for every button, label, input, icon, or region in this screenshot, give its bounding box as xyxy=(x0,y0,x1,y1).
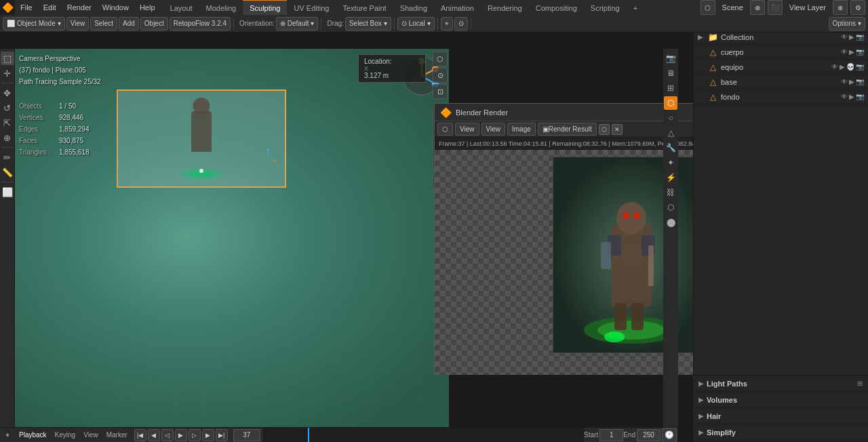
fondo-eye[interactable]: 👁 xyxy=(841,93,848,100)
equipo-eye[interactable]: 👁 xyxy=(831,63,838,71)
particles-props-icon[interactable]: ✦ xyxy=(664,156,677,169)
select-btn[interactable]: Select xyxy=(90,17,117,31)
equipo-render[interactable]: 📷 xyxy=(856,63,864,71)
tab-modeling[interactable]: Modeling xyxy=(199,0,243,15)
prev-keyframe-btn[interactable]: ◁ xyxy=(161,429,174,441)
measure-tool[interactable]: 📏 xyxy=(1,165,14,179)
cuerpo-render[interactable]: 📷 xyxy=(856,48,864,56)
render-view-icon-btn[interactable]: ⬡ xyxy=(437,123,453,136)
scale-tool[interactable]: ⇱ xyxy=(1,116,14,129)
drag-selector[interactable]: Select Box ▾ xyxy=(345,17,391,31)
cuerpo-select[interactable]: ▶ xyxy=(849,48,854,56)
menu-render[interactable]: Render xyxy=(62,0,97,15)
timeline-clock-btn[interactable]: 🕐 xyxy=(662,428,677,443)
jump-end-btn[interactable]: ▶| xyxy=(216,429,228,441)
output-props-icon[interactable]: 🖥 xyxy=(664,66,677,80)
next-keyframe-btn[interactable]: ▷ xyxy=(189,429,201,441)
tab-sculpting[interactable]: Sculpting xyxy=(243,0,287,15)
scene-props-icon[interactable]: ⬡ xyxy=(664,96,677,110)
play-btn[interactable]: ▶ xyxy=(175,429,187,441)
render-props-icon[interactable]: 📷 xyxy=(664,52,677,65)
add-cube-tool[interactable]: ⬜ xyxy=(1,185,14,199)
render-view2-btn[interactable]: View xyxy=(481,123,506,136)
next-frame-btn[interactable]: ▶ xyxy=(202,429,214,441)
blender-logo[interactable]: 🔶 xyxy=(0,0,15,15)
select-box-tool[interactable]: ⬚ xyxy=(1,52,14,65)
base-render[interactable]: 📷 xyxy=(856,78,864,85)
menu-edit[interactable]: Edit xyxy=(38,0,62,15)
fondo-render[interactable]: 📷 xyxy=(856,93,864,100)
tab-layout[interactable]: Layout xyxy=(163,0,199,15)
material-props-icon[interactable]: ⬤ xyxy=(664,216,677,229)
collection-eye[interactable]: 👁 xyxy=(841,33,848,41)
constraints-props-icon[interactable]: ⛓ xyxy=(664,186,677,199)
options-btn[interactable]: Options ▾ xyxy=(829,17,865,31)
render-close2-btn[interactable]: ✕ xyxy=(612,124,623,135)
display-mode-btn[interactable]: ⬡ xyxy=(433,52,448,66)
scene-add-btn[interactable]: ⊕ xyxy=(750,0,765,15)
add-btn[interactable]: Add xyxy=(119,17,139,31)
world-props-icon[interactable]: ○ xyxy=(664,111,677,125)
timeline-dot-btn[interactable]: • xyxy=(0,428,15,443)
snap-btn[interactable]: ⌖ xyxy=(441,17,453,31)
equipo-select[interactable]: ▶ xyxy=(840,63,845,71)
timeline-marker-btn[interactable]: Marker xyxy=(102,428,132,442)
tab-compositing[interactable]: Compositing xyxy=(529,0,584,15)
view-layer-props-icon[interactable]: ⊞ xyxy=(664,81,677,95)
render-result-btn[interactable]: ▣ Render Result xyxy=(538,123,597,136)
timeline-scrubber[interactable] xyxy=(263,428,584,442)
annotate-tool[interactable]: ✏ xyxy=(1,150,14,164)
volumes-section[interactable]: ▶ Volumes xyxy=(693,392,868,408)
timeline-playback-btn[interactable]: Playback xyxy=(15,428,51,442)
prev-frame-btn[interactable]: ◀ xyxy=(148,429,160,441)
view-layer-settings-btn[interactable]: ⚙ xyxy=(850,0,865,15)
object-props-icon[interactable]: △ xyxy=(664,126,677,140)
fondo-select[interactable]: ▶ xyxy=(849,93,854,100)
light-paths-section[interactable]: ▶ Light Paths ⊞ xyxy=(693,376,868,392)
rotate-tool[interactable]: ↺ xyxy=(1,101,14,115)
end-frame-input[interactable]: 250 xyxy=(637,429,660,441)
tab-shading[interactable]: Shading xyxy=(393,0,434,15)
start-frame-input[interactable]: 1 xyxy=(599,429,623,441)
outliner-item-equipo[interactable]: △ equipo 👁 ▶ 💀 📷 xyxy=(694,60,868,75)
render-image-btn[interactable]: Image xyxy=(507,123,536,136)
physics-props-icon[interactable]: ⚡ xyxy=(664,171,677,184)
modifier-props-icon[interactable]: 🔧 xyxy=(664,141,677,155)
3d-viewport[interactable]: ↑ → Camera Perspective (37) fondo | Plan… xyxy=(15,49,449,427)
current-frame-input[interactable]: 37 xyxy=(233,429,260,441)
jump-start-btn[interactable]: |◀ xyxy=(134,429,146,441)
tab-rendering[interactable]: Rendering xyxy=(481,0,529,15)
collection-render[interactable]: 📷 xyxy=(856,33,864,41)
tab-scripting[interactable]: Scripting xyxy=(584,0,627,15)
simplify-section[interactable]: ▶ Simplify xyxy=(693,424,868,441)
view-layer-add-btn[interactable]: ⊕ xyxy=(833,0,848,15)
tab-texture-paint[interactable]: Texture Paint xyxy=(336,0,393,15)
view-mode-btn[interactable]: ⬜ Object Mode ▾ xyxy=(3,17,65,31)
orientation-selector[interactable]: ⊕ Default ▾ xyxy=(276,17,319,31)
move-tool[interactable]: ✥ xyxy=(1,86,14,100)
xray-btn[interactable]: ⊡ xyxy=(433,84,448,99)
overlay-btn[interactable]: ⊙ xyxy=(433,68,448,83)
outliner-item-base[interactable]: △ base 👁 ▶ 📷 xyxy=(694,75,868,89)
menu-help[interactable]: Help xyxy=(134,0,161,15)
base-eye[interactable]: 👁 xyxy=(841,78,848,85)
render-view-btn[interactable]: View xyxy=(455,123,479,136)
cursor-tool[interactable]: ✛ xyxy=(1,66,14,80)
menu-window[interactable]: Window xyxy=(97,0,134,15)
menu-file[interactable]: File xyxy=(15,0,38,15)
retopoflow-btn[interactable]: RetopoFlow 3.2.4 xyxy=(170,17,231,31)
proportional-btn[interactable]: ⊙ xyxy=(454,17,468,31)
base-select[interactable]: ▶ xyxy=(849,78,854,85)
outliner-item-cuerpo[interactable]: △ cuerpo 👁 ▶ 📷 xyxy=(694,45,868,60)
object-btn[interactable]: Object xyxy=(140,17,168,31)
data-props-icon[interactable]: ⬡ xyxy=(664,201,677,214)
outliner-item-fondo[interactable]: △ fondo 👁 ▶ 📷 xyxy=(694,89,868,104)
transform-tool[interactable]: ⊕ xyxy=(1,131,14,144)
collection-select[interactable]: ▶ xyxy=(849,33,854,41)
cuerpo-eye[interactable]: 👁 xyxy=(841,48,848,56)
hair-section[interactable]: ▶ Hair xyxy=(693,408,868,424)
view-layer-icon-btn[interactable]: ⬛ xyxy=(768,0,783,15)
pivot-btn[interactable]: ⊙ Local ▾ xyxy=(397,17,435,31)
timeline-view-btn[interactable]: View xyxy=(79,428,102,442)
render-format-btn[interactable]: ⬡ xyxy=(599,124,610,135)
